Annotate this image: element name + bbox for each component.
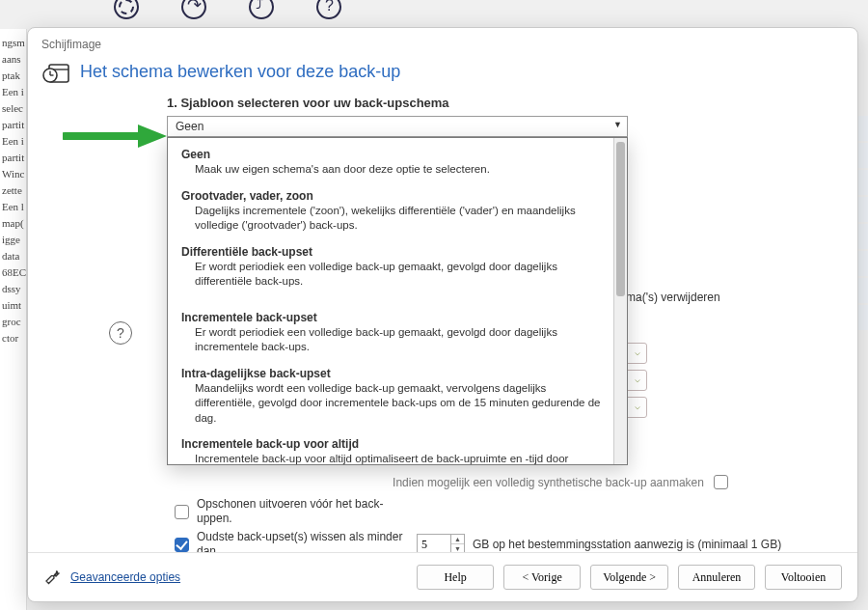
option-title: Geen [181, 148, 604, 161]
help-button[interactable]: Help [417, 565, 494, 590]
next-button[interactable]: Volgende > [590, 565, 668, 590]
green-arrow-icon [63, 123, 169, 150]
option-desc: Maandelijks wordt een volledige back-up … [181, 380, 604, 427]
cleanup-before-checkbox[interactable] [175, 505, 189, 519]
option-title: Incrementele back-up voor altijd [181, 437, 604, 451]
bg-toolbar-icon [114, 0, 139, 19]
background-label-fragment: ma('s) verwijderen [626, 291, 720, 304]
dropdown-option[interactable]: Incrementele back-up voor altijd Increme… [177, 433, 606, 464]
option-desc: Dagelijks incrementele ('zoon'), wekelij… [181, 203, 604, 234]
back-button[interactable]: < Vorige [503, 565, 581, 590]
dropdown-option[interactable]: Intra-dagelijkse back-upset Maandelijks … [177, 363, 606, 434]
spin-down[interactable]: ▼ [451, 544, 464, 552]
window-title: Schijfimage [28, 28, 857, 53]
gb-threshold-tail: GB op het bestemmingsstation aanwezig is… [473, 538, 781, 551]
chevron-down-icon: ▼ [613, 120, 622, 129]
delete-oldest-checkbox[interactable] [175, 538, 189, 552]
combobox-value: Geen [176, 120, 203, 133]
synthetic-backup-checkbox[interactable] [714, 475, 728, 489]
gb-threshold-input[interactable] [418, 538, 450, 552]
dropdown-option[interactable]: Differentiële back-upset Er wordt period… [177, 241, 606, 297]
section-heading: 1. Sjabloon selecteren voor uw back-upsc… [167, 96, 840, 110]
gb-threshold-stepper[interactable]: ▲▼ [417, 534, 465, 552]
template-combobox[interactable]: Geen ▼ [167, 116, 628, 137]
calendar-clock-icon [41, 61, 68, 82]
dropdown-scrollbar[interactable] [613, 138, 627, 464]
dropdown-option[interactable]: Grootvader, vader, zoon Dagelijks increm… [177, 185, 606, 241]
help-icon[interactable]: ? [109, 321, 132, 345]
option-desc: Maak uw eigen schema's aan door deze opt… [181, 161, 604, 178]
cleanup-before-label: Opschonen uitvoeren vóór het back-uppen. [197, 497, 409, 526]
option-title: Grootvader, vader, zoon [181, 189, 604, 203]
option-desc: Incrementele back-up voor altijd optimal… [181, 451, 604, 464]
cancel-button[interactable]: Annuleren [678, 565, 755, 590]
finish-button[interactable]: Voltooien [765, 565, 842, 590]
dialog: Schijfimage Het schema bewerken voor dez… [27, 27, 858, 602]
bg-toolbar-icon [249, 0, 274, 19]
option-desc: Er wordt periodiek een volledige back-up… [181, 259, 604, 290]
synthetic-backup-label: Indien mogelijk een volledig synthetisch… [393, 476, 704, 489]
dropdown-option[interactable]: Geen Maak uw eigen schema's aan door dez… [177, 144, 606, 185]
spin-up[interactable]: ▲ [451, 535, 464, 544]
option-title: Incrementele back-upset [181, 311, 604, 324]
template-dropdown: Geen Maak uw eigen schema's aan door dez… [167, 137, 628, 465]
advanced-options-link[interactable]: Geavanceerde opties [70, 570, 180, 584]
dropdown-option[interactable]: Incrementele back-upset Er wordt periodi… [177, 307, 606, 363]
bg-toolbar-icon [316, 0, 341, 19]
delete-oldest-label: Oudste back-upset(s) wissen als minder d… [197, 530, 409, 552]
wrench-icon [43, 568, 63, 587]
option-desc: Er wordt periodiek een volledige back-up… [181, 324, 604, 355]
option-title: Intra-dagelijkse back-upset [181, 367, 604, 380]
option-title: Differentiële back-upset [181, 245, 604, 259]
page-title: Het schema bewerken voor deze back-up [80, 62, 400, 82]
bg-sidebar-text: ngsm aans ptak Een i selec partit Een i … [0, 29, 26, 352]
bg-toolbar-icon [181, 0, 206, 19]
